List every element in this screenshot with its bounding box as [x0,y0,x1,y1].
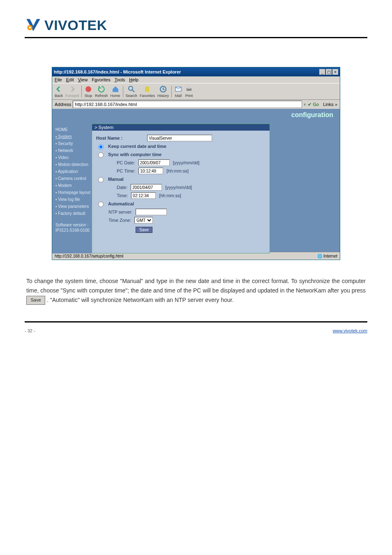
minimize-icon[interactable]: _ [319,69,325,75]
maximize-icon[interactable]: ▢ [326,69,332,75]
nav-motion[interactable]: Motion detection [55,161,92,168]
page-body: configuration HOME System Security Netwo… [52,109,340,252]
nav-homepage-layout[interactable]: Homepage layout [55,189,92,196]
pc-date-hint: [yyyy/mm/dd] [173,160,200,165]
radio-keep[interactable] [98,144,104,150]
menu-help[interactable]: Help [129,77,138,82]
pc-time-input[interactable] [138,168,163,174]
software-version: Software version :IP3121-5168-0100 [55,221,92,234]
m-date-label: Date: [117,185,127,190]
logo-icon [25,16,42,34]
m-date-input[interactable] [131,184,162,191]
nav-home[interactable]: HOME [55,126,92,133]
pc-time-label: PC Time: [117,168,135,173]
m-date-hint: [yyyy/mm/dd] [165,185,192,190]
nav-network[interactable]: Network [55,147,92,154]
tz-select[interactable]: GMT [134,217,153,223]
menu-view[interactable]: View [78,77,88,82]
label-sync: Sync with computer time [108,152,161,157]
page-number: - 32 - [25,328,35,333]
menu-tools[interactable]: Tools [115,77,125,82]
m-time-label: Time: [117,193,128,198]
nav-application[interactable]: Application [55,168,92,175]
vivotek-logo: VIVOTEK [25,16,367,34]
ntp-label: NTP server: [108,210,132,214]
panel-header: > System [92,124,270,131]
host-name-label: Host Name : [96,136,122,140]
host-name-input[interactable] [147,135,212,141]
nav-factory-default[interactable]: Factory default [55,210,92,217]
back-button[interactable]: Back [55,85,63,98]
titlebar: http://192.168.0.167/index.html - Micros… [52,67,340,76]
footer: - 32 - www.vivotek.com [25,328,367,333]
svg-rect-8 [187,87,191,89]
home-button[interactable]: Home [111,85,120,98]
status-right: 🌐 Internet [317,254,337,258]
address-label: Address [55,102,71,107]
print-button[interactable]: Print [185,85,193,98]
links-label[interactable]: Links » [323,102,337,107]
svg-point-3 [129,86,133,90]
address-bar: Address ▾ ✔ Go Links » [52,100,340,109]
label-keep: Keep current date and time [108,144,166,149]
pc-date-input[interactable] [138,159,170,166]
panel-save-button[interactable]: Save [136,227,152,233]
nav-security[interactable]: Security [55,140,92,147]
mail-button[interactable]: Mail [174,85,182,98]
window-title: http://192.168.0.167/index.html - Micros… [54,69,181,74]
svg-line-4 [132,90,134,92]
pc-date-label: PC Date: [117,160,135,165]
go-button[interactable]: ✔ Go [308,102,319,107]
nav-system[interactable]: System [55,133,92,140]
status-left: http://192.168.0.167/setup/config.html [55,254,123,258]
toolbar: Back Forward Stop Refresh Home Search Fa… [52,83,340,100]
svg-point-1 [29,27,31,29]
address-input[interactable] [73,101,302,108]
ntp-input[interactable] [136,209,167,215]
radio-auto[interactable] [98,202,104,207]
sidebar: HOME System Security Network Video Motio… [52,124,92,253]
label-auto: Automatical [108,201,134,206]
search-button[interactable]: Search [126,85,138,98]
menu-file[interactable]: File [55,77,62,82]
stop-button[interactable]: Stop [84,85,92,98]
nav-camera-control[interactable]: Camera control [55,175,92,182]
page-title: configuration [52,109,340,124]
refresh-button[interactable]: Refresh [95,85,108,98]
m-time-input[interactable] [131,192,156,199]
nav-modem[interactable]: Modem [55,182,92,189]
radio-manual[interactable] [98,177,104,182]
nav-view-params[interactable]: View parameters [55,203,92,210]
close-icon[interactable]: × [332,69,338,75]
history-button[interactable]: History [157,85,169,98]
svg-point-2 [85,86,91,92]
menu-edit[interactable]: Edit [66,77,74,82]
menubar: File Edit View Favorites Tools Help [52,76,340,83]
save-button-image: Save [26,296,45,305]
radio-sync[interactable] [98,152,104,158]
menu-favorites[interactable]: Favorites [92,77,110,82]
tz-label: Time Zone: [108,218,131,223]
nav-video[interactable]: Video [55,154,92,161]
favorites-button[interactable]: Favorites [140,85,155,98]
pc-time-hint: [hh:mm:ss] [166,168,189,173]
m-time-hint: [hh:mm:ss] [159,193,181,198]
forward-button[interactable]: Forward [65,85,79,98]
footer-link[interactable]: www.vivotek.com [333,328,367,333]
label-manual: Manual [108,177,124,182]
rule-bottom [25,321,367,322]
browser-window: http://192.168.0.167/index.html - Micros… [52,67,340,260]
nav-view-log[interactable]: View log file [55,196,92,203]
body-copy: To change the system time, choose "Manua… [26,276,366,305]
system-panel: > System Host Name : Keep current date a… [92,124,270,253]
logo-text: VIVOTEK [44,17,107,33]
rule-top [25,37,367,38]
